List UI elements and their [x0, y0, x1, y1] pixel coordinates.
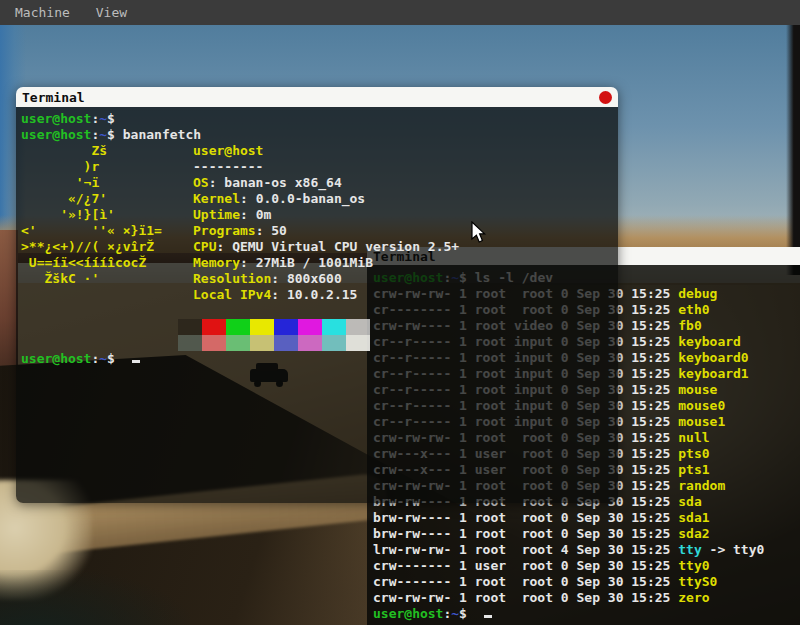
fetch-row: Zšuser@host	[21, 143, 618, 159]
file-name: debug	[678, 286, 717, 301]
fetch-ascii-art: Zš	[21, 143, 193, 159]
file-name: keyboard1	[678, 366, 748, 381]
fetch-label: Programs	[193, 223, 256, 238]
link-target: -> tty0	[702, 542, 765, 557]
fetch-colon: :	[216, 239, 232, 254]
palette-swatch	[298, 335, 322, 351]
text-cursor	[484, 615, 492, 618]
menu-item-machine[interactable]: Machine	[15, 5, 70, 20]
fetch-ascii-art	[21, 287, 193, 303]
file-name: keyboard0	[678, 350, 748, 365]
fetch-ascii-art: ŽškC ·'	[21, 271, 193, 287]
fetch-ascii-art: >**¿<+)//( ×¿vîrŽ	[21, 239, 193, 255]
file-name: sda	[678, 494, 701, 509]
fetch-value: QEMU Virtual CPU version 2.5+	[232, 239, 459, 254]
file-name: random	[678, 478, 725, 493]
fetch-output: Zšuser@host )r--------- '¬ïOS: banan-os …	[21, 143, 618, 303]
blank-line	[21, 303, 618, 319]
terminal1-command-line: user@host:~$ bananfetch	[21, 127, 618, 143]
fetch-ascii-art: '¬ï	[21, 175, 193, 191]
fetch-colon: :	[209, 175, 225, 190]
fetch-row: Local IPv4: 10.0.2.15	[21, 287, 618, 303]
fetch-row: )r---------	[21, 159, 618, 175]
fetch-info: Memory: 27MiB / 1001MiB	[193, 255, 373, 271]
menu-bar: Machine View	[0, 0, 800, 25]
palette-swatch	[202, 335, 226, 351]
fetch-info: Local IPv4: 10.0.2.15	[193, 287, 357, 303]
terminal1-prompt-line: user@host:~$	[21, 351, 618, 367]
close-button[interactable]	[599, 91, 612, 104]
terminal1-prompt-line: user@host:~$	[21, 111, 618, 127]
device-row: brw-rw---- 1 root root 0 Sep 30 15:25 sd…	[373, 510, 800, 526]
fetch-value: 50	[271, 223, 287, 238]
file-name: keyboard	[678, 334, 741, 349]
fetch-info: Uptime: 0m	[193, 207, 271, 223]
file-name: ttyS0	[678, 574, 717, 589]
device-row: crw-rw-rw- 1 root root 0 Sep 30 15:25 ze…	[373, 590, 800, 606]
palette-swatch	[274, 319, 298, 335]
vm-screen: Machine View Terminal user@host:~$ ls -l…	[0, 0, 800, 625]
file-name: tty0	[678, 558, 709, 573]
fetch-label: OS	[193, 175, 209, 190]
fetch-ascii-art: <' ''« ×}ï1=	[21, 223, 193, 239]
file-name: sda1	[678, 510, 709, 525]
fetch-colon: :	[240, 207, 256, 222]
terminal-window-fetch[interactable]: Terminal user@host:~$ user@host:~$ banan…	[16, 87, 618, 503]
fetch-label: Resolution	[193, 271, 271, 286]
palette-swatch	[346, 335, 370, 351]
fetch-row: >**¿<+)//( ×¿vîrŽCPU: QEMU Virtual CPU v…	[21, 239, 618, 255]
file-name: zero	[678, 590, 709, 605]
fetch-colon: :	[256, 223, 272, 238]
file-meta: crw------- 1 root root 0 Sep 30 15:25	[373, 574, 678, 589]
fetch-label: Kernel	[193, 191, 240, 206]
fetch-ascii-art: )r	[21, 159, 193, 175]
terminal2-prompt-line: user@host:~$	[373, 606, 800, 622]
fetch-info: user@host	[193, 143, 263, 159]
fetch-row: '»!}[ì'Uptime: 0m	[21, 207, 618, 223]
fetch-value: 27MiB / 1001MiB	[256, 255, 373, 270]
palette-swatch	[322, 319, 346, 335]
color-palette	[178, 319, 618, 351]
fetch-ascii-art: «/¿7'	[21, 191, 193, 207]
palette-swatch	[226, 335, 250, 351]
device-row: brw-rw---- 1 root root 0 Sep 30 15:25 sd…	[373, 526, 800, 542]
file-meta: crw-rw-rw- 1 root root 0 Sep 30 15:25	[373, 590, 678, 605]
text-cursor	[132, 360, 140, 363]
device-row: crw------- 1 user root 0 Sep 30 15:25 tt…	[373, 558, 800, 574]
file-name: fb0	[678, 318, 701, 333]
fetch-value: 800x600	[287, 271, 342, 286]
fetch-colon: :	[271, 287, 287, 302]
fetch-row: ŽškC ·'Resolution: 800x600	[21, 271, 618, 287]
fetch-row: '¬ïOS: banan-os x86_64	[21, 175, 618, 191]
fetch-colon: :	[271, 271, 287, 286]
fetch-value: banan-os x86_64	[224, 175, 341, 190]
palette-swatch	[274, 335, 298, 351]
fetch-divider: ---------	[193, 159, 263, 174]
fetch-label: Uptime	[193, 207, 240, 222]
file-meta: lrw-rw-rw- 1 root root 4 Sep 30 15:25	[373, 542, 678, 557]
fetch-row: <' ''« ×}ï1=Programs: 50	[21, 223, 618, 239]
file-name: sda2	[678, 526, 709, 541]
file-meta: brw-rw---- 1 root root 0 Sep 30 15:25	[373, 526, 678, 541]
fetch-info: Kernel: 0.0.0-banan_os	[193, 191, 365, 207]
fetch-info: CPU: QEMU Virtual CPU version 2.5+	[193, 239, 459, 255]
fetch-row: «/¿7'Kernel: 0.0.0-banan_os	[21, 191, 618, 207]
file-name: pts0	[678, 446, 709, 461]
palette-row-bright	[178, 335, 618, 351]
menu-item-view[interactable]: View	[96, 5, 127, 20]
terminal1-body[interactable]: user@host:~$ user@host:~$ bananfetch Zšu…	[16, 107, 618, 503]
terminal1-titlebar[interactable]: Terminal	[16, 87, 618, 107]
file-name: mouse1	[678, 414, 725, 429]
palette-swatch	[298, 319, 322, 335]
file-name: eth0	[678, 302, 709, 317]
fetch-row: U==íï<<íííîcocŽMemory: 27MiB / 1001MiB	[21, 255, 618, 271]
device-row: crw------- 1 root root 0 Sep 30 15:25 tt…	[373, 574, 800, 590]
wallpaper-dark-corner	[0, 570, 190, 625]
fetch-info: ---------	[193, 159, 263, 175]
fetch-value: 0.0.0-banan_os	[256, 191, 366, 206]
palette-row-normal	[178, 319, 618, 335]
fetch-value: 0m	[256, 207, 272, 222]
fetch-colon: :	[240, 255, 256, 270]
palette-swatch	[178, 335, 202, 351]
fetch-colon: :	[240, 191, 256, 206]
